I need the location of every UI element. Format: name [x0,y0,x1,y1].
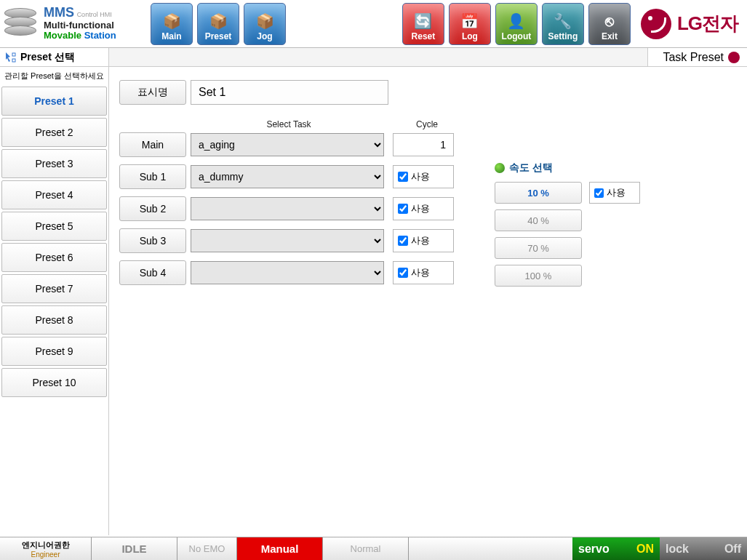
preset-item-10[interactable]: Preset 10 [1,368,107,397]
task-label: Sub 1 [119,164,186,189]
exit-icon: ⎋ [605,13,614,30]
app-logo: MMS Control HMI Multi-functional Movable… [4,6,146,41]
manual-cell[interactable]: Manual [237,537,323,560]
use-checkbox[interactable]: 사용 [393,229,454,252]
speed-option[interactable]: 10 % [495,182,582,204]
wrench-icon: 🔧 [554,12,572,30]
calendar-icon: 📅 [460,12,479,30]
auth-cell: 엔지니어권한 Engineer [0,537,92,560]
svg-rect-0 [12,53,15,56]
setting-button[interactable]: 🔧Setting [542,3,584,45]
boxes-icon: 📦 [163,12,181,30]
main-button[interactable]: 📦Main [151,3,193,45]
user-icon: 👤 [507,12,525,30]
preset-item-3[interactable]: Preset 3 [1,149,107,178]
reset-button[interactable]: 🔄Reset [402,3,444,45]
crumb-title: Preset 선택 [20,51,75,64]
preset-item-8[interactable]: Preset 8 [1,305,107,335]
speed-option[interactable]: 100 % [495,265,582,287]
cycle-input[interactable] [393,133,454,156]
preset-item-1[interactable]: Preset 1 [1,87,107,116]
app-line2: Multi-functional [44,20,116,31]
content-area: 표시명 Select Task Cycle Maina_agingSub 1a_… [109,67,747,535]
refresh-icon: 🔄 [414,12,432,30]
task-select[interactable] [191,229,384,252]
speed-option[interactable]: 70 % [495,237,582,259]
task-select[interactable]: a_aging [191,133,384,156]
log-button[interactable]: 📅Log [449,3,491,45]
speed-panel: 속도 선택 10 %사용40 %70 %100 % [495,161,662,292]
boxes-icon: 📦 [209,12,228,30]
header-cycle: Cycle [394,119,460,129]
preset-sidebar: 관리할 Preset을 선택하세요 Preset 1Preset 2Preset… [0,67,109,535]
lg-logo: LG전자 [641,9,738,39]
task-label: Main [119,132,186,157]
logout-button[interactable]: 👤Logout [495,3,538,45]
servo-cell[interactable]: servoON [572,537,660,560]
status-bar: 엔지니어권한 Engineer IDLE No EMO Manual Norma… [0,537,747,560]
preset-item-7[interactable]: Preset 7 [1,274,107,303]
jog-button[interactable]: 📦Jog [244,3,286,45]
header-select-task: Select Task [191,119,387,129]
lock-cell[interactable]: lockOff [660,537,747,560]
speed-use-checkbox[interactable]: 사용 [589,182,640,204]
preset-item-2[interactable]: Preset 2 [1,118,107,147]
preset-item-5[interactable]: Preset 5 [1,212,107,241]
task-label: Sub 2 [119,196,186,221]
database-icon [4,7,39,40]
task-select[interactable]: a_dummy [191,165,384,188]
lg-dot-icon [728,52,740,63]
task-select[interactable] [191,261,384,284]
crumb-page: Task Preset [663,51,724,64]
top-toolbar: MMS Control HMI Multi-functional Movable… [0,0,747,48]
task-row-0: Maina_aging [119,132,737,157]
app-subtitle: Control HMI [77,11,112,18]
display-name-label: 표시명 [119,80,186,105]
use-checkbox[interactable]: 사용 [393,197,454,220]
speed-title: 속도 선택 [509,161,553,175]
sidebar-caption: 관리할 Preset을 선택하세요 [1,68,107,87]
app-name: MMS [44,5,74,20]
speed-option[interactable]: 40 % [495,209,582,231]
svg-rect-1 [12,59,15,62]
lg-face-icon [641,9,671,39]
use-checkbox[interactable]: 사용 [393,261,454,284]
task-label: Sub 3 [119,228,186,253]
cursor-nodes-icon [4,51,17,64]
exit-button[interactable]: ⎋Exit [588,3,631,45]
preset-button[interactable]: 📦Preset [197,3,239,45]
idle-cell: IDLE [92,537,177,560]
task-label: Sub 4 [119,260,186,285]
preset-item-6[interactable]: Preset 6 [1,243,107,272]
boxes-icon: 📦 [256,12,274,30]
normal-cell[interactable]: Normal [323,537,409,560]
task-select[interactable] [191,197,384,220]
green-dot-icon [495,163,505,173]
preset-item-4[interactable]: Preset 4 [1,180,107,209]
preset-item-9[interactable]: Preset 9 [1,337,107,366]
noemo-cell: No EMO [177,537,237,560]
breadcrumb: Preset 선택 Task Preset [0,48,747,67]
use-checkbox[interactable]: 사용 [393,165,454,188]
display-name-input[interactable] [191,80,388,105]
